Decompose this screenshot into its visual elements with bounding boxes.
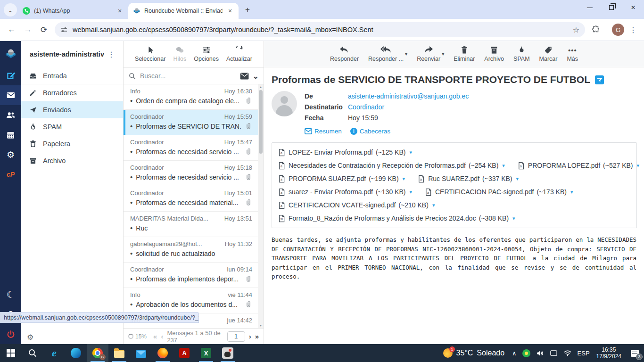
headers-link[interactable]: i Cabeceras [350, 128, 390, 135]
message-row[interactable]: Coordinador lun 09:14 • Proformas de imp… [124, 263, 264, 288]
volume-icon[interactable] [533, 344, 547, 362]
attachment-menu-caret-icon[interactable]: ▾ [409, 149, 412, 156]
options-button[interactable]: Opciones [194, 45, 219, 62]
logout-button[interactable] [0, 324, 21, 344]
next-page-button[interactable]: › [249, 332, 251, 340]
language-indicator[interactable]: ESP [575, 344, 593, 362]
compose-button[interactable] [0, 66, 21, 85]
taskbar-excel-button[interactable]: X [195, 344, 217, 362]
folder-borradores[interactable]: Borradores [21, 84, 123, 101]
attachment-item[interactable]: a Necesidades de Contratación y Recepció… [278, 162, 505, 170]
folder-enviados[interactable]: Enviados [21, 101, 123, 118]
taskbar-java-app-button[interactable] [217, 344, 239, 362]
tab-search-button[interactable]: ⌄ [4, 3, 17, 16]
cpanel-button[interactable]: cP [0, 165, 21, 184]
attachment-item[interactable]: w Formato_8_Razón de Proformas y Análisi… [278, 214, 515, 222]
message-row[interactable]: Coordinador Hoy 15:59 • Proformas de SER… [124, 110, 264, 135]
taskbar-chrome-button[interactable]: G [87, 344, 108, 362]
threads-button[interactable]: Hilos [173, 45, 186, 62]
settings-nav-button[interactable]: ⚙ [0, 145, 21, 165]
taskbar-clock[interactable]: 16:35 17/9/2024 [593, 346, 625, 360]
reply-all-caret-icon[interactable]: ▾ [405, 51, 407, 57]
attachment-item[interactable]: a CERTIFICACION VCATE-signed.pdf (~210 K… [278, 201, 435, 209]
calendar-nav-button[interactable] [0, 125, 21, 145]
mark-button[interactable]: Marcar [539, 45, 558, 62]
open-in-new-window-icon[interactable] [595, 75, 604, 84]
message-row[interactable]: MADERITAS Material Dida... Hoy 13:51 • R… [124, 212, 264, 237]
tab-whatsapp[interactable]: (1) WhatsApp ✕ [18, 3, 128, 19]
notification-center-button[interactable]: 3 [625, 344, 644, 362]
refresh-button[interactable]: Actualizar [226, 45, 252, 62]
search-scope-mail-icon[interactable] [240, 73, 249, 80]
wifi-icon[interactable] [561, 344, 575, 362]
page-number-input[interactable] [227, 331, 245, 342]
attachment-name[interactable]: PROFORMA SUAREZ.pdf [289, 175, 366, 182]
summary-link[interactable]: Resumen [305, 128, 342, 135]
new-tab-button[interactable]: + [241, 4, 254, 16]
to-recipient-link[interactable]: Coordinador [348, 102, 384, 113]
taskbar-search-button[interactable] [22, 344, 43, 362]
forward-button[interactable]: → [20, 22, 36, 38]
attachment-menu-caret-icon[interactable]: ▾ [516, 176, 519, 182]
archive-button[interactable]: Archivo [484, 45, 504, 62]
back-button[interactable]: ← [4, 22, 20, 38]
forward-caret-icon[interactable]: ▾ [442, 51, 444, 57]
folder-entrada[interactable]: Entrada [21, 67, 123, 84]
attachment-menu-caret-icon[interactable]: ▾ [403, 176, 405, 182]
taskbar-ie-button[interactable]: e [43, 344, 65, 362]
attachment-name[interactable]: suarez - Enviar Proforma.pdf [289, 188, 373, 196]
bookmark-star-icon[interactable]: ☆ [573, 25, 579, 34]
folder-archivo[interactable]: Archivo [21, 152, 123, 169]
site-info-icon[interactable] [60, 26, 68, 33]
dark-mode-button[interactable]: ☾ [0, 285, 21, 304]
attachment-item[interactable]: a Ruc SUAREZ.pdf (~337 KB) ▾ [417, 175, 519, 183]
attachment-menu-caret-icon[interactable]: ▾ [637, 163, 640, 169]
start-button[interactable] [0, 344, 22, 362]
prev-page-button[interactable]: ‹ [161, 332, 163, 340]
spam-button[interactable]: SPAM [513, 45, 530, 62]
reply-all-button[interactable]: Responder ... [368, 45, 404, 62]
last-page-button[interactable]: » [255, 332, 259, 340]
scroll-down-icon[interactable]: ▼ [258, 324, 264, 327]
message-row[interactable]: Info vie 11:44 • Aprobación de los docum… [124, 288, 264, 313]
taskbar-acrobat-button[interactable]: A [173, 344, 195, 362]
folder-settings-gear-icon[interactable]: ⚙ [27, 333, 33, 342]
attachment-item[interactable]: a CERTIFICACION PAC-signed.pdf (~173 KB)… [424, 188, 573, 196]
message-row[interactable]: Coordinador Hoy 15:01 • Proformas de nec… [124, 186, 264, 212]
attachment-menu-caret-icon[interactable]: ▾ [502, 163, 505, 169]
address-bar[interactable]: webmail.sanjuan.gob.ec/cpsess0500890797/… [55, 22, 585, 37]
tray-expand-button[interactable]: ∧ [509, 344, 520, 362]
attachment-item[interactable]: a LOPEZ- Enviar Proforma.pdf (~125 KB) ▾ [278, 148, 412, 156]
profile-avatar[interactable]: G [612, 24, 624, 36]
attachment-item[interactable]: a suarez - Enviar Proforma.pdf (~130 KB)… [278, 188, 412, 196]
attachment-name[interactable]: CERTIFICACION PAC-signed.pdf [435, 188, 534, 196]
attachment-name[interactable]: PROFORMA LOPEZ.pdf [528, 162, 600, 169]
weather-widget[interactable]: 1 35°C Soleado [438, 348, 509, 358]
antivirus-icon[interactable] [520, 344, 533, 362]
attachment-name[interactable]: Ruc SUAREZ.pdf [428, 175, 479, 182]
from-address-link[interactable]: asistente-administrativo@sanjuan.gob.ec [348, 91, 469, 102]
folder-spam[interactable]: SPAM [21, 118, 123, 135]
scroll-up-icon[interactable]: ▲ [258, 85, 264, 89]
attachment-name[interactable]: Necesidades de Contratación y Recepción … [289, 162, 466, 169]
attachment-menu-caret-icon[interactable]: ▾ [409, 189, 412, 195]
roundcube-logo[interactable] [0, 41, 21, 66]
tab-roundcube[interactable]: Roundcube Webmail :: Enviados ✕ [128, 3, 239, 19]
window-restore-button[interactable] [601, 0, 622, 15]
attachment-item[interactable]: a PROFORMA SUAREZ.pdf (~199 KB) ▾ [278, 175, 405, 183]
window-close-button[interactable]: ✕ [622, 0, 644, 15]
url-text[interactable]: webmail.sanjuan.gob.ec/cpsess0500890797/… [73, 26, 568, 33]
reply-button[interactable]: Responder [330, 45, 359, 62]
folder-options-button[interactable]: ⋮ [104, 50, 118, 59]
taskbar-explorer-button[interactable] [108, 344, 130, 362]
attachment-menu-caret-icon[interactable]: ▾ [570, 189, 573, 195]
reload-button[interactable]: ⟳ [36, 22, 52, 38]
attachment-name[interactable]: CERTIFICACION VCATE-signed.pdf [289, 201, 396, 209]
attachment-name[interactable]: Formato_8_Razón de Proformas y Análisis … [289, 214, 476, 222]
taskbar-mail-button[interactable] [130, 344, 152, 362]
message-row[interactable]: Coordinador Hoy 15:47 • Proformas de nec… [124, 135, 264, 161]
extensions-icon[interactable] [588, 22, 604, 38]
more-button[interactable]: ••• Más [567, 45, 578, 62]
attachment-name[interactable]: LOPEZ- Enviar Proforma.pdf [289, 148, 373, 156]
attachment-menu-caret-icon[interactable]: ▾ [432, 202, 435, 208]
